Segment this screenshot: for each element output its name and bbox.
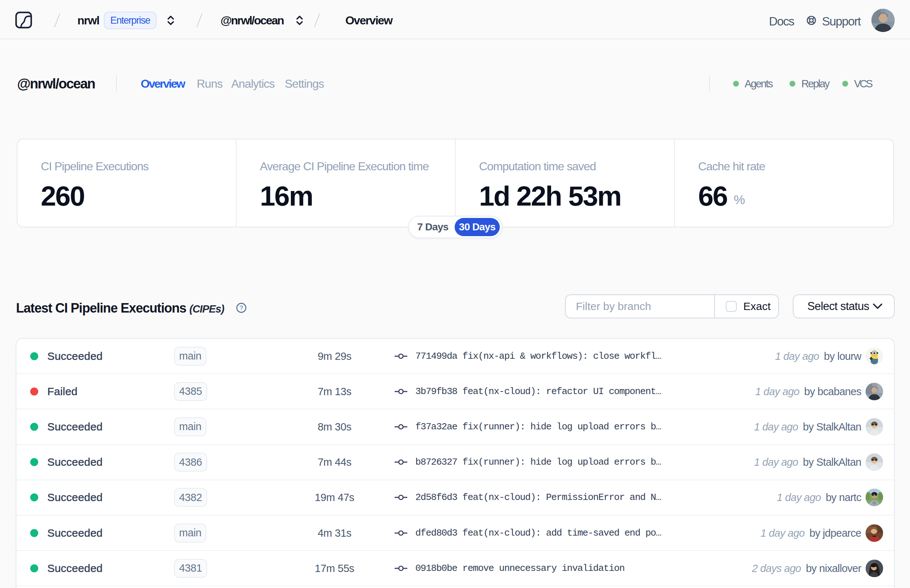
svg-text:?: ? [239,305,243,312]
